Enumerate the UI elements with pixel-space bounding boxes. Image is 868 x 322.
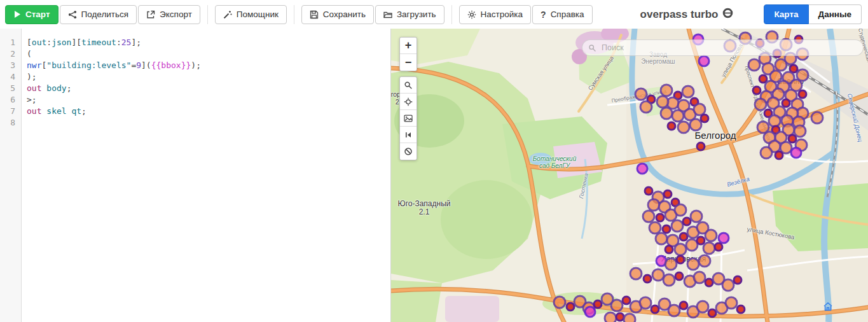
zoom-in-button[interactable]: + — [400, 38, 417, 54]
overpass-turbo-app: Старт Поделиться Экспорт Помощ — [0, 0, 868, 322]
load-button[interactable]: Загрузить — [375, 5, 444, 24]
app-title: overpass turbo — [640, 8, 719, 21]
wizard-button[interactable]: Помощник — [215, 5, 287, 24]
map-pane[interactable]: СавиноБелгородЮго-Западный2.1Харьковская… — [391, 29, 868, 322]
code-token: qt — [71, 106, 81, 116]
line-number: 6 — [0, 94, 21, 106]
code-line[interactable]: ); — [27, 71, 390, 83]
search-icon — [588, 44, 596, 52]
share-button[interactable]: Поделиться — [60, 5, 137, 24]
map-marker[interactable] — [553, 296, 567, 309]
code-line[interactable]: >; — [27, 94, 390, 106]
tab-data[interactable]: Данные — [809, 4, 862, 24]
map-markers — [391, 29, 868, 322]
search-icon — [404, 81, 413, 90]
code-token: 25 — [121, 38, 132, 47]
code-token: >; — [27, 95, 37, 104]
line-number: 5 — [0, 83, 21, 94]
code-token: body — [46, 83, 66, 93]
code-line[interactable]: ( — [27, 48, 390, 60]
map-marker[interactable] — [698, 255, 712, 268]
tab-map[interactable]: Карта — [764, 4, 808, 24]
map-marker[interactable] — [665, 245, 674, 255]
code-token: out — [32, 38, 46, 47]
code-line[interactable]: [out:json][timeout:25]; — [27, 37, 390, 48]
code-line[interactable]: nwr["building:levels"=9]({{bbox}}); — [27, 60, 390, 71]
attribution-icon[interactable] — [823, 302, 833, 314]
load-label: Загрузить — [397, 10, 436, 19]
map-marker[interactable] — [635, 88, 648, 101]
map-marker[interactable] — [667, 122, 677, 131]
zoom-out-button[interactable]: − — [400, 54, 417, 71]
export-icon — [146, 10, 155, 19]
map-marker[interactable] — [663, 274, 676, 287]
code-token: ( — [27, 49, 32, 59]
code-token: : — [46, 38, 52, 47]
search-map-button[interactable] — [400, 77, 417, 94]
map-marker[interactable] — [584, 306, 596, 318]
editor-code[interactable]: [out:json][timeout:25];(nwr["building:le… — [22, 29, 390, 322]
map-marker[interactable] — [714, 242, 724, 252]
map-marker[interactable] — [748, 59, 761, 72]
run-button[interactable]: Старт — [5, 5, 59, 24]
toolbar-divider — [294, 5, 294, 24]
code-line[interactable]: out body; — [27, 83, 390, 94]
map-marker[interactable] — [752, 86, 762, 95]
map-marker[interactable] — [696, 142, 706, 151]
gear-icon — [467, 10, 476, 19]
run-label: Старт — [25, 10, 50, 19]
map-marker[interactable] — [733, 276, 743, 285]
save-button[interactable]: Сохранить — [301, 5, 374, 24]
map-marker[interactable] — [700, 114, 710, 123]
code-line[interactable]: out skel qt; — [27, 106, 390, 117]
map-marker[interactable] — [677, 121, 691, 134]
save-label: Сохранить — [323, 10, 366, 19]
map-marker[interactable] — [811, 111, 824, 125]
map-marker[interactable] — [656, 95, 670, 109]
map-marker[interactable] — [698, 55, 710, 67]
map-marker[interactable] — [637, 163, 649, 175]
map-marker[interactable] — [705, 229, 718, 242]
code-token: ); — [191, 60, 201, 70]
map-marker[interactable] — [790, 147, 803, 159]
code-token: nwr — [27, 60, 41, 70]
map-marker[interactable] — [675, 272, 684, 281]
line-number: 1 — [0, 37, 21, 48]
code-token: 9 — [136, 60, 141, 70]
query-editor[interactable]: 12345678 [out:json][timeout:25];(nwr["bu… — [0, 29, 391, 322]
wizard-label: Помощник — [237, 10, 279, 19]
view-tabs: Карта Данные — [764, 4, 862, 24]
skip-back-button[interactable] — [400, 127, 417, 143]
map-marker[interactable] — [676, 255, 685, 265]
help-button[interactable]: ? Справка — [532, 5, 593, 24]
overpass-turbo-logo — [722, 8, 733, 22]
code-token: ]; — [131, 38, 141, 47]
map-marker[interactable] — [643, 274, 652, 284]
line-number: 7 — [0, 106, 21, 117]
brand: overpass turbo — [640, 8, 734, 22]
floppy-save-icon — [310, 10, 319, 19]
map-marker[interactable] — [674, 204, 687, 217]
image-icon — [404, 114, 413, 123]
map-marker[interactable] — [630, 267, 643, 281]
map-search-input[interactable] — [600, 43, 857, 53]
settings-button[interactable]: Настройка — [459, 5, 531, 24]
cancel-button[interactable] — [400, 143, 417, 160]
map-search-bar — [582, 39, 864, 56]
line-number: 4 — [0, 71, 21, 83]
export-image-button[interactable] — [400, 110, 417, 127]
toolbar-divider — [207, 5, 208, 24]
code-line[interactable] — [27, 117, 390, 129]
map-marker[interactable] — [775, 151, 784, 160]
locate-button[interactable] — [400, 94, 417, 110]
map-marker[interactable] — [623, 313, 637, 322]
skip-back-icon — [404, 130, 413, 139]
map-marker[interactable] — [736, 305, 746, 314]
map-marker[interactable] — [760, 146, 773, 160]
map-marker[interactable] — [640, 101, 653, 114]
map-marker[interactable] — [663, 190, 673, 199]
code-token: skel — [46, 106, 66, 116]
map-marker[interactable] — [682, 85, 695, 99]
map-tools-control — [399, 76, 417, 160]
export-button[interactable]: Экспорт — [138, 5, 200, 24]
